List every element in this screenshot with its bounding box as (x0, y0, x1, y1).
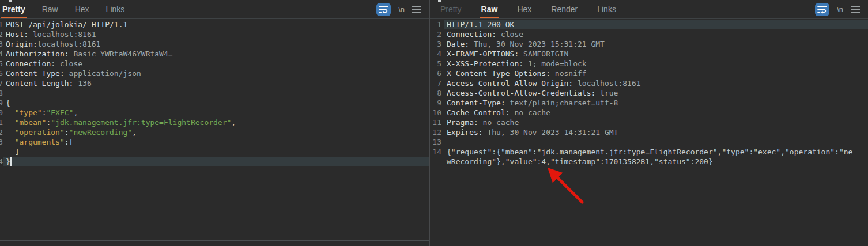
editor-line: 4X-FRAME-OPTIONS: SAMEORIGIN (430, 49, 868, 59)
editor-line: 7Access-Control-Allow-Origin: localhost:… (430, 78, 868, 88)
line-number: 9 (430, 98, 444, 108)
editor-line: 8 (0, 88, 429, 98)
editor-line: 13 "arguments":[ (0, 137, 429, 147)
line-number: 12 (430, 127, 444, 137)
editor-line: 11 "mbean":"jdk.management.jfr:type=Flig… (0, 118, 429, 127)
word-wrap-glyph (379, 5, 388, 14)
line-number: 8 (430, 88, 444, 98)
line-number: 2 (430, 29, 444, 39)
request-tabbar: Pretty Raw Hex Links \n (0, 0, 429, 19)
editor-line: 14} (0, 157, 429, 166)
newline-toggle[interactable]: \n (398, 5, 405, 14)
newline-toggle[interactable]: \n (837, 5, 843, 14)
editor-line: 12 "operation":"newRecording", (0, 127, 429, 137)
editor-line: 10 "type":"EXEC", (0, 108, 429, 118)
tab-render[interactable]: Render (550, 0, 579, 18)
tab-hex[interactable]: Hex (516, 0, 533, 18)
tab-pretty[interactable]: Pretty (439, 0, 463, 18)
line-number: 3 (430, 39, 444, 49)
editor-line: 8Access-Control-Allow-Credentials: true (430, 88, 868, 98)
request-panel: Pretty Raw Hex Links \n 1POST /api/jolok… (0, 0, 430, 246)
response-editor[interactable]: 1HTTP/1.1 200 OK2Connection: close3Date:… (430, 20, 868, 246)
word-wrap-glyph (817, 5, 827, 14)
editor-line: 5X-XSS-Protection: 1; mode=block (430, 59, 868, 69)
response-panel: Pretty Raw Hex Render Links \n 1HTTP/1.1… (430, 0, 868, 246)
tab-hex[interactable]: Hex (74, 0, 90, 18)
response-tabbar: Pretty Raw Hex Render Links \n (430, 0, 868, 19)
editor-line: 1HTTP/1.1 200 OK (430, 20, 868, 29)
editor-line: 5Connection: close (0, 59, 429, 69)
editor-line: 12Expires: Thu, 30 Nov 2023 14:31:21 GMT (430, 127, 868, 137)
line-number: 13 (430, 137, 444, 147)
editor-line: 2Connection: close (430, 29, 868, 39)
editor-line: 6X-Content-Type-Options: nosniff (430, 69, 868, 78)
tab-raw[interactable]: Raw (41, 0, 59, 18)
hamburger-menu-icon[interactable] (412, 6, 421, 13)
hamburger-menu-icon[interactable] (851, 6, 860, 13)
tab-raw[interactable]: Raw (480, 0, 499, 18)
tab-links[interactable]: Links (596, 0, 617, 18)
editor-line: 9Content-Type: text/plain;charset=utf-8 (430, 98, 868, 108)
request-editor[interactable]: 1POST /api/jolokia/ HTTP/1.12Host: local… (0, 20, 429, 241)
editor-line: 13 (430, 137, 868, 147)
word-wrap-icon[interactable] (376, 3, 391, 16)
line-number: 7 (430, 78, 444, 88)
request-toolbar: \n (376, 0, 421, 19)
editor-line: 9{ (0, 98, 429, 108)
editor-line: 3Origin:localhost:8161 (0, 39, 429, 49)
text-cursor (10, 157, 12, 166)
word-wrap-icon[interactable] (815, 3, 829, 16)
editor-line: 14{"request":{"mbean":"jdk.management.jf… (430, 147, 868, 157)
editor-line: 1POST /api/jolokia/ HTTP/1.1 (0, 20, 429, 29)
line-number: 11 (430, 118, 444, 127)
line-number (430, 157, 444, 166)
editor-line: 3Date: Thu, 30 Nov 2023 15:31:21 GMT (430, 39, 868, 49)
editor-line: 4Authorization: Basic YWRtaW46YWRtaW4= (0, 49, 429, 59)
editor-line: ] (0, 147, 429, 157)
line-number: 6 (430, 69, 444, 78)
tab-pretty[interactable]: Pretty (1, 0, 27, 18)
editor-line: 10Cache-Control: no-cache (430, 108, 868, 118)
editor-line: 7Content-Length: 136 (0, 78, 429, 88)
line-number: 14 (430, 147, 444, 157)
editor-line: 11Pragma: no-cache (430, 118, 868, 127)
line-number: 1 (430, 20, 444, 29)
tab-links[interactable]: Links (105, 0, 126, 18)
editor-line: wRecording"},"value":4,"timestamp":17013… (430, 157, 868, 166)
response-toolbar: \n (815, 0, 860, 19)
line-number: 10 (430, 108, 444, 118)
line-number: 5 (430, 59, 444, 69)
editor-line: 2Host: localhost:8161 (0, 29, 429, 39)
line-number: 4 (430, 49, 444, 59)
editor-line: 6Content-Type: application/json (0, 69, 429, 78)
